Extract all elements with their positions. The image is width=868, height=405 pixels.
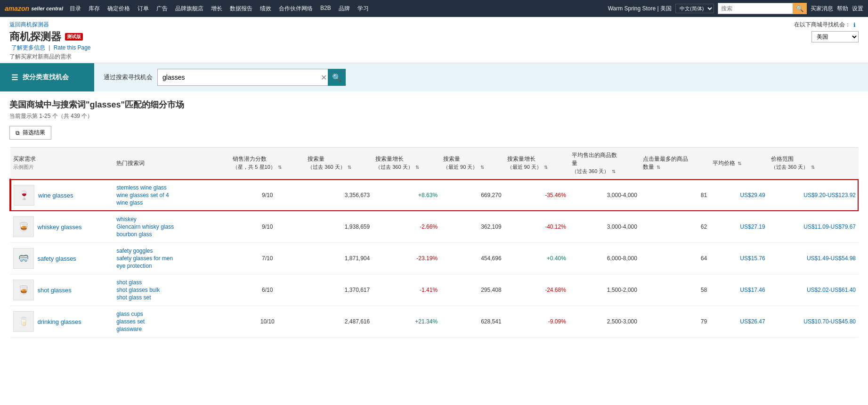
keyword-link[interactable]: stemless wine glass — [116, 184, 227, 191]
avg-price-value: US$29.49 — [740, 192, 765, 198]
th-avg-sold[interactable]: 平均售出的商品数量 （过去 360 天） ⇅ — [569, 148, 640, 180]
avg-price-value: US$27.19 — [740, 223, 765, 230]
th-product: 买家需求 示例图片 — [10, 148, 114, 180]
keyword-link[interactable]: shot glass — [116, 279, 227, 286]
th-avg-price[interactable]: 平均价格 ⇅ — [710, 148, 768, 180]
nav-link-订单[interactable]: 订单 — [138, 5, 149, 13]
product-cell-shot-glasses: 🥃 shot glasses — [10, 274, 114, 306]
nav-link-库存[interactable]: 库存 — [89, 5, 100, 13]
nav-link-B2B[interactable]: B2B — [320, 5, 331, 13]
nav-link-品牌旗舰店[interactable]: 品牌旗舰店 — [175, 5, 203, 13]
filter-button[interactable]: ⧉ 筛选结果 — [9, 126, 51, 140]
th-top-items[interactable]: 点击量最多的商品数量 ⇅ — [640, 148, 710, 180]
score-cell-whiskey-glasses: 9/10 — [230, 211, 305, 243]
score-value: 10/10 — [260, 318, 275, 325]
avg-price-cell-safety-glasses: US$15.76 — [710, 243, 768, 274]
nav-right-link[interactable]: 买家消息 — [811, 5, 833, 13]
product-name-shot-glasses[interactable]: shot glasses — [38, 287, 72, 294]
search-input[interactable] — [157, 69, 346, 86]
search-submit-button[interactable]: 🔍 — [328, 69, 346, 86]
keyword-link[interactable]: glassware — [116, 326, 227, 332]
category-label: 按分类查找机会 — [23, 73, 69, 82]
marketplace-info-icon[interactable]: ℹ — [853, 22, 856, 28]
table-row: 🥽 safety glasses safety gogglessafety gl… — [10, 243, 859, 274]
product-cell-wine-glasses: 🍷 wine glasses — [10, 179, 114, 211]
price-range-value: US$1.49-US$54.98 — [807, 255, 856, 262]
nav-link-学习[interactable]: 学习 — [357, 5, 369, 13]
top-nav-right: Warm Spring Store | 美国 中文(简体) 🔍 买家消息帮助设置 — [608, 3, 863, 14]
th-search-vol-90[interactable]: 搜索量 （最近 90 天） ⇅ — [440, 148, 504, 180]
nav-link-目录[interactable]: 目录 — [70, 5, 81, 13]
nav-link-合作伙伴网络[interactable]: 合作伙伴网络 — [279, 5, 313, 13]
back-link[interactable]: 返回商机探测器 — [9, 21, 49, 28]
keyword-link[interactable]: shot glasses bulk — [116, 287, 227, 293]
keyword-link[interactable]: shot glass set — [116, 294, 227, 301]
avg-price-value: US$17.46 — [740, 287, 765, 293]
nav-right-link[interactable]: 帮助 — [837, 5, 848, 13]
keyword-link[interactable]: glass cups — [116, 311, 227, 317]
rate-page-link[interactable]: Rate this Page — [54, 44, 91, 51]
nav-link-确定价格[interactable]: 确定价格 — [107, 5, 130, 13]
nav-search-input[interactable] — [718, 3, 793, 14]
lang-select[interactable]: 中文(简体) — [675, 4, 714, 13]
search-vol-90-cell-safety-glasses: 454,696 — [440, 243, 504, 274]
nav-right-link[interactable]: 设置 — [852, 5, 863, 13]
keyword-link[interactable]: eye protection — [116, 263, 227, 269]
product-name-whiskey-glasses[interactable]: whiskey glasses — [38, 223, 82, 231]
table-row: 🥃 shot glasses shot glassshot glasses bu… — [10, 274, 859, 306]
nav-link-广告[interactable]: 广告 — [156, 5, 168, 13]
price-range-value: US$2.02-US$61.40 — [807, 287, 856, 293]
keyword-link[interactable]: glasses set — [116, 318, 227, 325]
avg-sold-cell-wine-glasses: 3,000-4,000 — [569, 179, 640, 211]
top-items-cell-whiskey-glasses: 62 — [640, 211, 710, 243]
nav-link-增长[interactable]: 增长 — [211, 5, 222, 13]
category-panel[interactable]: ☰ 按分类查找机会 — [0, 63, 94, 91]
clear-search-button[interactable]: ✕ — [321, 73, 327, 82]
keyword-link[interactable]: safety goggles — [116, 248, 227, 254]
th-price-range[interactable]: 价格范围 （过去 360 天） ⇅ — [768, 148, 859, 180]
th-score[interactable]: 销售潜力分数 （星，共 5 星10） ⇅ — [230, 148, 305, 180]
page-title: 商机探测器 — [9, 30, 61, 44]
results-table: 买家需求 示例图片 热门搜索词 销售潜力分数 （星，共 5 星10） ⇅ 搜索量… — [9, 147, 859, 338]
score-cell-wine-glasses: 9/10 — [230, 179, 305, 211]
product-cell-drinking-glasses: 🥛 drinking glasses — [10, 306, 114, 338]
th-search-growth-90[interactable]: 搜索量增长 （最近 90 天） ⇅ — [504, 148, 569, 180]
nav-search-button[interactable]: 🔍 — [793, 3, 807, 14]
keyword-link[interactable]: whiskey — [116, 216, 227, 223]
store-selector[interactable]: Warm Spring Store | 美国 — [608, 5, 672, 13]
growth-90-value: -40.12% — [545, 223, 566, 230]
search-vol-90-cell-drinking-glasses: 628,541 — [440, 306, 504, 338]
keyword-link[interactable]: wine glasses set of 4 — [116, 192, 227, 198]
marketplace-select[interactable]: 美国 加拿大 英国 德国 日本 — [811, 31, 859, 42]
marketplace-label: 在以下商城寻找机会： — [794, 21, 851, 29]
product-image-safety-glasses: 🥽 — [13, 248, 34, 269]
nav-link-数据报告[interactable]: 数据报告 — [230, 5, 252, 13]
search-growth-cell-whiskey-glasses: -2.66% — [373, 211, 440, 243]
page-subtitle: 了解买家对新商品的需求 — [9, 53, 859, 61]
filter-icon: ⧉ — [16, 130, 20, 136]
th-search-vol[interactable]: 搜索量 （过去 360 天） ⇅ — [305, 148, 373, 180]
main-content: 美国商城中与搜索词"glasses"匹配的细分市场 当前显示第 1-25 个（共… — [0, 91, 868, 345]
nav-link-绩效[interactable]: 绩效 — [260, 5, 271, 13]
product-name-safety-glasses[interactable]: safety glasses — [38, 255, 76, 262]
product-image-shot-glasses: 🥃 — [13, 280, 34, 300]
top-items-cell-wine-glasses: 81 — [640, 179, 710, 211]
product-name-drinking-glasses[interactable]: drinking glasses — [38, 318, 81, 325]
search-input-wrapper: ✕ 🔍 — [157, 69, 346, 86]
search-growth-90-cell-safety-glasses: +0.40% — [504, 243, 569, 274]
th-search-growth[interactable]: 搜索量增长 （过去 360 天） ⇅ — [373, 148, 440, 180]
logo[interactable]: amazon seller central — [5, 5, 63, 12]
nav-links-right: 买家消息帮助设置 — [811, 5, 863, 13]
price-range-value: US$11.09-US$79.67 — [803, 223, 856, 230]
results-subtitle: 当前显示第 1-25 个（共 439 个） — [9, 112, 859, 120]
product-name-wine-glasses[interactable]: wine glasses — [38, 192, 73, 199]
learn-more-link[interactable]: 了解更多信息 — [11, 44, 45, 51]
keyword-link[interactable]: bourbon glass — [116, 231, 227, 238]
table-row: 🥛 drinking glasses glass cupsglasses set… — [10, 306, 859, 338]
keyword-link[interactable]: Glencairn whisky glass — [116, 223, 227, 230]
nav-link-品牌[interactable]: 品牌 — [339, 5, 350, 13]
keyword-link[interactable]: wine glass — [116, 199, 227, 206]
keyword-link[interactable]: safety glasses for men — [116, 255, 227, 262]
growth-90-value: +0.40% — [547, 255, 566, 262]
table-header-row: 买家需求 示例图片 热门搜索词 销售潜力分数 （星，共 5 星10） ⇅ 搜索量… — [10, 148, 859, 180]
